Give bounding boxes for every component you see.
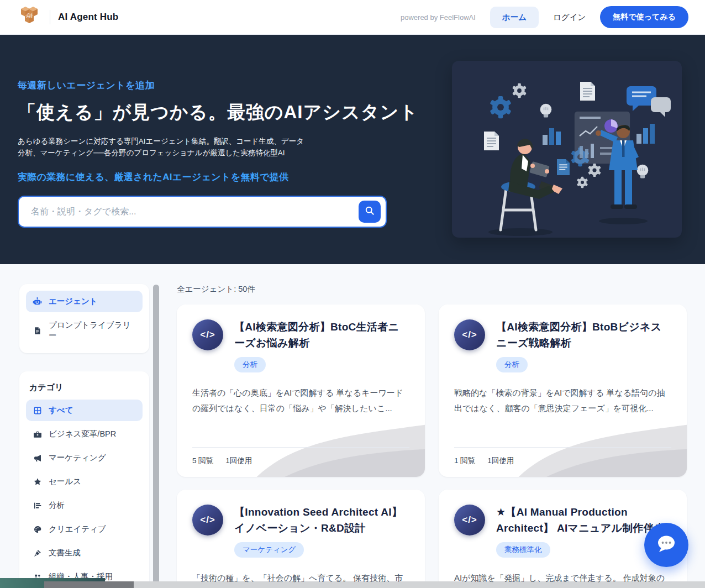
agent-card[interactable]: </> 【Innovation Seed Architect AI】イノベーショ… [177,490,425,588]
sidebar-scrollbar[interactable] [153,285,159,588]
category-item-label: 分析 [49,500,65,511]
sidebar-item-label: エージェント [49,296,98,307]
agent-card[interactable]: </> 【AI検索意図分析】BtoC生活者ニーズお悩み解析 分析 生活者の「心の… [177,305,425,477]
category-item-label: セールス [49,476,81,487]
agent-tag[interactable]: 分析 [496,357,528,372]
agent-card-description: 戦略的な「検索の背景」をAIで図解する 単なる語句の抽出ではなく、顧客の「意思決… [454,385,671,416]
category-item-all[interactable]: すべて [26,400,143,421]
grid-icon [33,406,42,415]
agent-tag[interactable]: 業務標準化 [496,542,550,558]
search-button[interactable] [359,201,381,223]
hero-description: あらゆる業務シーンに対応する専門AIエージェント集結。翻訳、コード生成、データ分… [18,136,308,159]
search-input[interactable] [31,207,359,217]
chat-bubble-icon [655,533,678,557]
header-nav: powered by FeelFlowAI ホーム ログイン 無料で使ってみる [401,6,688,28]
brand-title: AI Agent Hub [58,12,118,23]
robot-icon [33,297,42,306]
agent-tag[interactable]: 分析 [234,357,266,372]
nav-home-button[interactable]: ホーム [490,7,539,28]
search-box [18,196,387,228]
category-item-document-generation[interactable]: 文書生成 [26,542,143,564]
powered-by-label: powered by FeelFlowAI [401,13,476,22]
hero-section: 毎週新しいエージェントを追加 「使える」が見つかる。最強のAIアシスタント あら… [0,35,705,264]
free-trial-button[interactable]: 無料で使ってみる [600,6,688,28]
brand-divider [50,10,50,24]
agent-code-icon: </> [192,319,223,350]
palette-icon [33,524,42,534]
category-item-label: すべて [49,405,73,416]
sidebar-item-agents[interactable]: エージェント [26,291,143,312]
megaphone-icon [33,453,42,463]
category-item-label: クリエイティブ [49,524,106,534]
hero-illustration [452,61,682,238]
main-area: 全エージェント: 50件 </> 【AI検索意図分析】BtoC生活者ニーズお悩み… [177,284,687,588]
agent-card-description: AIが知識を「発掘」し、完成まで伴走する。 作成対象の業務、現在の資料状況、ター… [454,570,671,588]
uses-count: 1回使用 [225,456,252,466]
brand[interactable]: AI AI Agent Hub [17,4,118,30]
sidebar-item-prompt-library[interactable]: プロンプトライブラリー [26,314,143,347]
agent-card-title: ★【AI Manual Production Architect】 AIマニュア… [496,505,671,536]
category-item-sales[interactable]: セールス [26,471,143,492]
sidebar-item-label: プロンプトライブラリー [49,320,136,341]
search-icon [364,205,375,218]
agent-card-description: 生活者の「心の奥底」をAIで図解する 単なるキーワードの羅列ではなく、日常の「悩… [192,385,409,416]
category-item-analysis[interactable]: 分析 [26,495,143,516]
star-icon [33,477,42,486]
uses-count: 1回使用 [487,456,514,466]
agent-tag[interactable]: マーケティング [234,542,304,558]
sidebar: エージェント プロンプトライブラリー カテゴリ [19,284,149,588]
category-heading: カテゴリ [26,378,143,400]
document-icon [33,326,42,335]
pen-icon [33,548,42,558]
content: エージェント プロンプトライブラリー カテゴリ [0,264,705,588]
agent-card[interactable]: </> 【AI検索意図分析】BtoBビジネスニーズ戦略解析 分析 戦略的な「検索… [439,305,687,477]
agent-code-icon: </> [454,505,485,536]
header: AI AI Agent Hub powered by FeelFlowAI ホー… [0,0,705,35]
briefcase-icon [33,429,42,439]
horizontal-scrollbar-thumb[interactable] [44,581,134,588]
category-item-label: 文書生成 [49,548,81,558]
agent-card-title: 【AI検索意図分析】BtoBビジネスニーズ戦略解析 [496,319,671,351]
svg-text:AI: AI [26,12,33,20]
agent-grid: </> 【AI検索意図分析】BtoC生活者ニーズお悩み解析 分析 生活者の「心の… [177,305,687,588]
agent-card-title: 【Innovation Seed Architect AI】イノベーション・R&… [234,505,409,536]
category-item-creative[interactable]: クリエイティブ [26,518,143,540]
sidebar-nav-card: エージェント プロンプトライブラリー [19,284,149,353]
agent-code-icon: </> [192,505,223,536]
category-item-label: マーケティング [49,453,106,463]
sidebar-category-card: カテゴリ すべて [19,371,149,588]
category-item-marketing[interactable]: マーケティング [26,447,143,469]
login-link[interactable]: ログイン [553,12,586,23]
agent-card-title: 【AI検索意図分析】BtoC生活者ニーズお悩み解析 [234,319,409,351]
category-item-business-bpr[interactable]: ビジネス変革/BPR [26,423,143,445]
cubes-logo-icon: AI [17,4,42,30]
page: AI AI Agent Hub powered by FeelFlowAI ホー… [0,0,705,588]
views-count: 1 閲覧 [454,456,475,466]
agent-code-icon: </> [454,319,485,350]
agent-card-stats: 5 閲覧 1回使用 [192,447,409,466]
agent-card-description: 「技術の種」を、「社会の解」へ育てる。 保有技術、市場の不満、リソース制約をAI… [192,570,409,588]
chart-icon [33,501,42,510]
agent-card-stats: 1 閲覧 1回使用 [454,447,671,466]
category-item-label: ビジネス変革/BPR [49,429,116,439]
chat-fab-button[interactable] [644,523,688,567]
views-count: 5 閲覧 [192,456,213,466]
agent-count-label: 全エージェント: 50件 [177,284,687,295]
